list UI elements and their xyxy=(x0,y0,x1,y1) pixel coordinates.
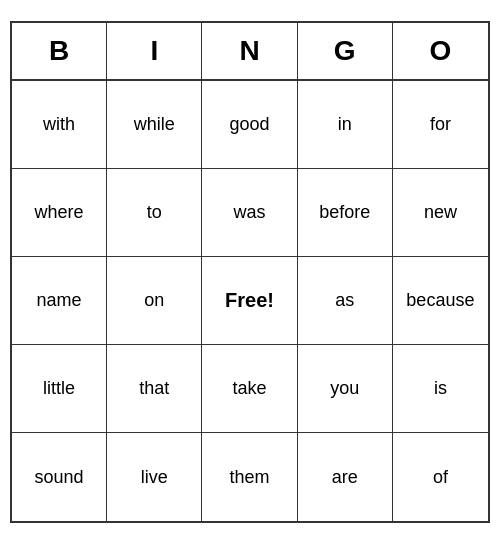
bingo-cell: little xyxy=(12,345,107,433)
bingo-cell: before xyxy=(298,169,393,257)
bingo-header-letter: B xyxy=(12,23,107,79)
bingo-cell: is xyxy=(393,345,488,433)
bingo-cell: name xyxy=(12,257,107,345)
bingo-cell: are xyxy=(298,433,393,521)
bingo-cell: new xyxy=(393,169,488,257)
bingo-cell: was xyxy=(202,169,297,257)
bingo-card: BINGO withwhilegoodinforwheretowasbefore… xyxy=(10,21,490,523)
bingo-cell: live xyxy=(107,433,202,521)
bingo-cell: you xyxy=(298,345,393,433)
bingo-header: BINGO xyxy=(12,23,488,81)
bingo-cell: for xyxy=(393,81,488,169)
bingo-cell: as xyxy=(298,257,393,345)
bingo-cell: good xyxy=(202,81,297,169)
free-space: Free! xyxy=(202,257,297,345)
bingo-grid: withwhilegoodinforwheretowasbeforenewnam… xyxy=(12,81,488,521)
bingo-header-letter: O xyxy=(393,23,488,79)
bingo-cell: to xyxy=(107,169,202,257)
bingo-header-letter: N xyxy=(202,23,297,79)
bingo-cell: in xyxy=(298,81,393,169)
bingo-cell: that xyxy=(107,345,202,433)
bingo-cell: where xyxy=(12,169,107,257)
bingo-cell: them xyxy=(202,433,297,521)
bingo-cell: take xyxy=(202,345,297,433)
bingo-cell: because xyxy=(393,257,488,345)
bingo-cell: sound xyxy=(12,433,107,521)
bingo-header-letter: G xyxy=(298,23,393,79)
bingo-cell: with xyxy=(12,81,107,169)
bingo-cell: while xyxy=(107,81,202,169)
bingo-cell: on xyxy=(107,257,202,345)
bingo-header-letter: I xyxy=(107,23,202,79)
bingo-cell: of xyxy=(393,433,488,521)
